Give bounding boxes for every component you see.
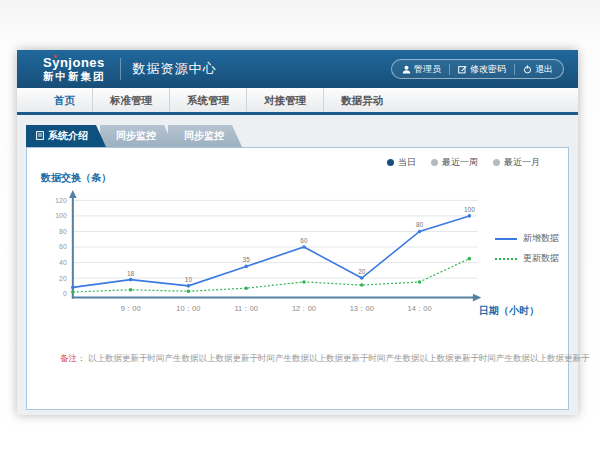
green-dotted-line-icon <box>495 258 517 260</box>
radio-icon <box>431 159 438 166</box>
data-point <box>302 245 306 249</box>
radio-selected-icon <box>387 159 394 166</box>
legend-item-updated-data: 更新数据 <box>495 252 559 265</box>
data-point <box>244 265 248 269</box>
tab-bar: 系统介绍 同步监控 同步监控 <box>26 125 578 147</box>
data-point <box>244 286 248 290</box>
data-point <box>187 289 191 293</box>
header-divider <box>120 58 121 80</box>
app-header: Synjones ✶ 新中新集团 数据资源中心 管理员 修改密码 <box>17 50 578 88</box>
y-axis-title: 数据交换（条） <box>41 171 111 185</box>
data-point-label: 20 <box>358 268 366 275</box>
series-legend: 新增数据 更新数据 <box>495 232 559 265</box>
x-tick-label: 13：00 <box>350 304 374 313</box>
data-point <box>129 288 133 292</box>
x-tick-label: 14：00 <box>407 304 431 313</box>
footnote-label: 备注： <box>60 353 86 363</box>
content-area: 系统介绍 同步监控 同步监控 当日 最近一周 <box>17 125 578 425</box>
tab-system-intro[interactable]: 系统介绍 <box>26 125 106 147</box>
y-tick-label: 60 <box>59 243 67 250</box>
line-chart: 0204060801001209：0010：0011：0012：0013：001… <box>27 190 566 316</box>
blue-line-icon <box>495 238 517 240</box>
data-point-label: 10 <box>185 276 193 283</box>
x-axis-arrow-icon <box>473 294 481 302</box>
range-option-last-week[interactable]: 最近一周 <box>431 156 478 169</box>
logo-star-icon: ✶ <box>52 53 58 60</box>
nav-item-system-mgmt[interactable]: 系统管理 <box>169 88 246 112</box>
footnote-text: 以上数据更新于时间产生数据以上数据更新于时间产生数据以上数据更新于时间产生数据以… <box>88 353 590 363</box>
nav-item-home[interactable]: 首页 <box>37 88 92 112</box>
radio-icon <box>493 159 500 166</box>
power-icon <box>523 65 532 74</box>
data-point <box>187 284 191 288</box>
x-axis-title: 日期（小时） <box>479 304 539 318</box>
app-window: Synjones ✶ 新中新集团 数据资源中心 管理员 修改密码 <box>17 50 578 415</box>
series-line-新增数据 <box>73 216 470 287</box>
data-point <box>71 290 75 294</box>
main-nav: 首页 标准管理 系统管理 对接管理 数据异动 <box>17 88 578 112</box>
user-icon <box>402 65 411 74</box>
tab-sync-monitor-2[interactable]: 同步监控 <box>168 125 242 147</box>
page-title: 数据资源中心 <box>133 60 217 78</box>
data-point-label: 35 <box>243 256 251 263</box>
nav-item-data-change[interactable]: 数据异动 <box>323 88 400 112</box>
logo-text-cn: 新中新集团 <box>43 71 106 82</box>
data-point <box>360 283 364 287</box>
time-range-options: 当日 最近一周 最近一月 <box>387 156 540 169</box>
user-toolbar: 管理员 修改密码 退出 <box>391 59 564 79</box>
y-axis-arrow-icon <box>69 190 77 198</box>
logout-button[interactable]: 退出 <box>523 63 553 76</box>
data-point <box>468 257 472 261</box>
y-tick-label: 120 <box>55 197 67 204</box>
data-point <box>468 214 472 218</box>
y-tick-label: 80 <box>59 228 67 235</box>
y-tick-label: 20 <box>59 275 67 282</box>
pill-divider <box>449 64 450 75</box>
range-option-today[interactable]: 当日 <box>387 156 416 169</box>
nav-item-standard-mgmt[interactable]: 标准管理 <box>92 88 169 112</box>
change-password-button[interactable]: 修改密码 <box>458 63 506 76</box>
range-option-last-month[interactable]: 最近一月 <box>493 156 540 169</box>
x-tick-label: 11：00 <box>234 304 258 313</box>
data-point-label: 100 <box>464 206 475 213</box>
data-point-label: 80 <box>416 221 424 228</box>
data-point <box>302 280 306 284</box>
tab-sync-monitor-1[interactable]: 同步监控 <box>100 125 174 147</box>
admin-user-button[interactable]: 管理员 <box>402 63 441 76</box>
data-point-label: 18 <box>127 270 135 277</box>
data-point <box>360 276 364 280</box>
data-point <box>129 278 133 282</box>
y-tick-label: 100 <box>55 212 67 219</box>
data-point <box>71 286 75 290</box>
x-tick-label: 12：00 <box>292 304 316 313</box>
data-point <box>418 230 422 234</box>
x-tick-label: 9：00 <box>121 304 141 313</box>
y-tick-label: 40 <box>59 259 67 266</box>
footnote: 备注： 以上数据更新于时间产生数据以上数据更新于时间产生数据以上数据更新于时间产… <box>60 353 589 365</box>
nav-item-interface-mgmt[interactable]: 对接管理 <box>246 88 323 112</box>
data-point <box>418 280 422 284</box>
y-tick-label: 0 <box>63 290 67 297</box>
data-point-label: 60 <box>300 237 308 244</box>
edit-icon <box>458 65 467 74</box>
document-icon <box>36 131 44 142</box>
nav-underline <box>17 112 578 115</box>
chart-panel: 当日 最近一周 最近一月 数据交换（条） 0204060801001209：00… <box>26 147 569 410</box>
legend-item-new-data: 新增数据 <box>495 232 559 245</box>
pill-divider <box>514 64 515 75</box>
x-tick-label: 10：00 <box>176 304 200 313</box>
synjones-logo: Synjones ✶ 新中新集团 <box>43 56 106 82</box>
